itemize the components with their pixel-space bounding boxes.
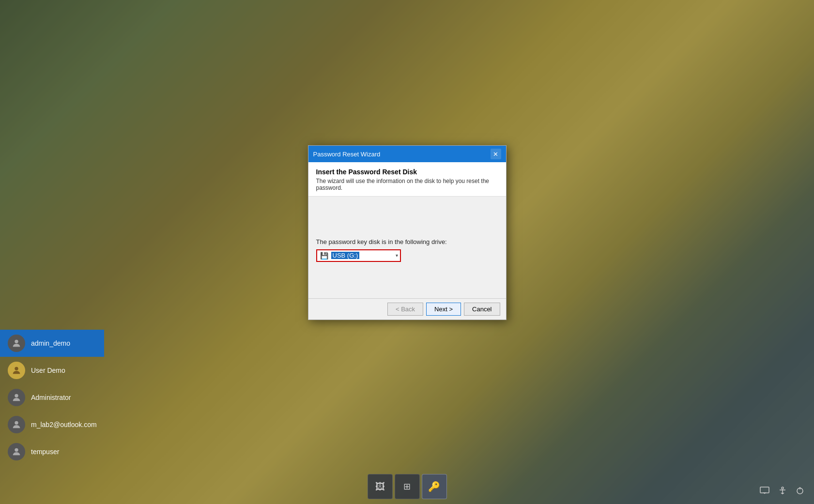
drive-select[interactable]: 💾 USB (G:) ▾ — [316, 249, 401, 262]
dialog-header-subtitle: The wizard will use the information on t… — [316, 178, 498, 191]
dialog-footer: < Back Next > Cancel — [308, 298, 506, 320]
back-button[interactable]: < Back — [387, 303, 423, 316]
dialog-overlay: Password Reset Wizard ✕ Insert the Passw… — [0, 0, 814, 504]
cancel-button[interactable]: Cancel — [464, 303, 500, 316]
dialog-header: Insert the Password Reset Disk The wizar… — [308, 162, 506, 197]
drive-label: The password key disk is in the followin… — [316, 238, 498, 245]
dialog-header-title: Insert the Password Reset Disk — [316, 168, 498, 176]
drive-select-wrapper: 💾 USB (G:) ▾ — [316, 249, 401, 262]
dialog-title: Password Reset Wizard — [313, 151, 381, 158]
chevron-down-icon: ▾ — [396, 253, 398, 258]
drive-value: USB (G:) — [331, 252, 360, 259]
password-reset-dialog: Password Reset Wizard ✕ Insert the Passw… — [308, 145, 507, 320]
dialog-body: The password key disk is in the followin… — [308, 197, 506, 298]
dialog-titlebar: Password Reset Wizard ✕ — [308, 146, 506, 162]
dialog-close-button[interactable]: ✕ — [491, 149, 501, 159]
usb-drive-icon: 💾 — [320, 252, 328, 260]
next-button[interactable]: Next > — [426, 303, 461, 316]
